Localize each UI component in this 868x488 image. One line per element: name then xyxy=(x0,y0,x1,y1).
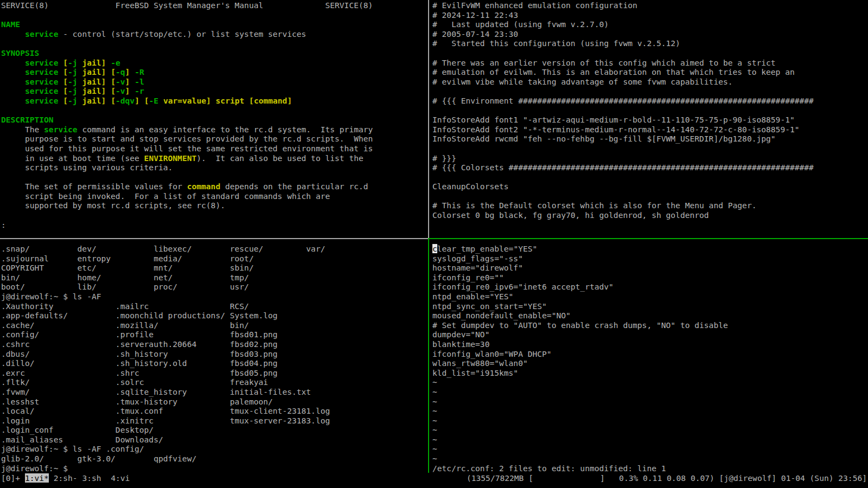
terminal-line: .local/ .tmux.conf tmux-client-23181.log xyxy=(1,406,427,416)
text-segment: used for this purpose it will set the sa… xyxy=(1,144,373,153)
pane-border-vertical-top[interactable] xyxy=(428,0,429,238)
text-segment xyxy=(211,96,216,105)
text-segment xyxy=(58,77,63,86)
text-segment: j@direwolf:~ $ ls -AF xyxy=(1,292,101,301)
status-window-item-1-vi-[interactable]: 1:vi* xyxy=(25,473,49,483)
text-segment: service xyxy=(25,77,59,86)
text-segment xyxy=(1,29,25,38)
terminal-line xyxy=(432,172,867,182)
text-segment: -q xyxy=(116,67,125,76)
pane-border-horizontal-right-active[interactable] xyxy=(428,238,868,239)
text-segment: blanktime=30 xyxy=(432,339,489,349)
terminal-line: # EvilFvWM enhanced emulation configurat… xyxy=(432,1,867,10)
text-segment: # 2024-12-11 22:43 xyxy=(432,10,518,20)
terminal-line xyxy=(432,106,867,115)
text-segment: -v xyxy=(116,86,125,95)
text-segment: # emulation of evilwm. This is an elabor… xyxy=(432,67,795,76)
terminal-line: # Last updated (using fvwm v.2.7.0) xyxy=(432,20,867,29)
text-segment: -j xyxy=(68,86,78,95)
text-segment: ~ xyxy=(432,454,437,463)
text-segment: .app-defaults/ .moonchild productions/ S… xyxy=(1,311,278,320)
terminal-line: # Set dumpdev to "AUTO" to enable crash … xyxy=(432,320,867,330)
terminal-line: DESCRIPTION xyxy=(1,115,427,125)
text-segment: .config/ .profile fbsd01.png xyxy=(1,330,278,339)
text-segment: ~ xyxy=(432,444,437,453)
terminal-line: ~ xyxy=(432,435,867,445)
pane-vi-rc-conf[interactable]: clear_tmp_enable="YES"syslogd_flags="-ss… xyxy=(432,244,867,473)
text-segment: scripts using various criteria. xyxy=(1,163,173,172)
text-segment: service xyxy=(25,58,59,67)
terminal-line: .cache/ .mozilla/ bin/ xyxy=(1,320,427,330)
pane-border-horizontal-left[interactable] xyxy=(0,238,428,239)
terminal-line: SYNOPSIS xyxy=(1,48,427,58)
text-segment: -E xyxy=(149,96,159,105)
text-segment xyxy=(244,96,249,105)
text-segment: lear_tmp_enable="YES" xyxy=(437,244,538,253)
status-window-item-3-sh[interactable]: 3:sh xyxy=(82,473,106,483)
text-segment: script being invoked. For a list of stan… xyxy=(1,191,330,201)
pane-fvwm-config[interactable]: # EvilFvWM enhanced emulation configurat… xyxy=(432,1,867,238)
pane-shell-ls[interactable]: .snap/ dev/ libexec/ rescue/ var/.sujour… xyxy=(1,244,427,473)
status-window-item-2-sh-[interactable]: 2:sh- xyxy=(54,473,78,483)
terminal-line: service [-j jail] [-v] -r xyxy=(1,86,427,96)
text-segment: /etc/rc.conf: 2 files to edit: unmodifie… xyxy=(432,464,666,473)
terminal-line: The service command is an easy interface… xyxy=(1,125,427,134)
terminal-line: bin/ home/ net/ tmp/ xyxy=(1,273,427,282)
text-segment: .local/ .tmux.conf tmux-client-23181.log xyxy=(1,406,330,415)
text-segment: .lesshst .tmux-history palemoon/ xyxy=(1,397,273,406)
status-window-item-4-vi[interactable]: 4:vi xyxy=(111,473,130,483)
text-segment: .cshrc .serverauth.20664 fbsd02.png xyxy=(1,339,278,349)
text-segment: jail xyxy=(82,86,101,95)
terminal-line xyxy=(1,10,427,20)
text-segment: hostname="direwolf" xyxy=(432,263,523,272)
text-segment: j@direwolf:~ $ ls -AF .config/ xyxy=(1,444,144,453)
text-segment: -dqv xyxy=(116,96,135,105)
terminal-line: ifconfig_wlan0="WPA DHCP" xyxy=(432,349,867,359)
text-segment: ] xyxy=(287,96,292,105)
text-segment: # Set dumpdev to "AUTO" to enable crash … xyxy=(432,320,728,330)
text-segment xyxy=(58,58,63,67)
terminal-line: ~ xyxy=(432,416,867,426)
text-segment: command xyxy=(254,96,288,105)
terminal-line xyxy=(432,48,867,58)
text-segment xyxy=(106,58,111,67)
text-segment: .login .xinitrc tmux-server-23183.log xyxy=(1,416,330,425)
terminal-line: ntpd_sync_on_start="YES" xyxy=(432,301,867,311)
terminal-line: ~ xyxy=(432,444,867,454)
pane-man-service[interactable]: SERVICE(8) FreeBSD System Manager's Manu… xyxy=(1,1,427,238)
text-segment xyxy=(106,67,111,76)
terminal-line: # emulation of evilwm. This is an elabor… xyxy=(432,67,867,77)
text-segment: .sujournal entropy media/ root/ xyxy=(1,254,254,263)
terminal-line: j@direwolf:~ $ xyxy=(1,464,427,473)
terminal-line: # {{{ Colorsets ########################… xyxy=(432,163,867,172)
tmux-terminal: SERVICE(8) FreeBSD System Manager's Manu… xyxy=(0,0,868,488)
text-segment: [ xyxy=(249,96,254,105)
status-session-name: [0]+ xyxy=(1,473,25,483)
text-segment xyxy=(106,96,111,105)
text-segment: -v xyxy=(116,77,125,86)
terminal-line: # }}} xyxy=(432,153,867,163)
text-segment: .fltk/ .solrc freakyai xyxy=(1,377,268,387)
terminal-line: ifconfig_re0_ipv6="inet6 accept_rtadv" xyxy=(432,282,867,292)
terminal-line: .cshrc .serverauth.20664 fbsd02.png xyxy=(1,339,427,349)
text-segment: service xyxy=(25,67,59,76)
text-segment: ~ xyxy=(432,425,437,434)
text-segment: -l xyxy=(135,77,144,86)
text-segment xyxy=(1,67,25,76)
terminal-line: hostname="direwolf" xyxy=(432,263,867,273)
text-segment: InfoStoreAdd rwcmd "feh --no-fehbg --bg-… xyxy=(432,134,776,143)
text-segment: SERVICE(8) FreeBSD System Manager's Manu… xyxy=(1,1,373,10)
text-segment: j@direwolf:~ $ xyxy=(1,464,68,473)
terminal-line: .exrc .shrc fbsd05.png xyxy=(1,368,427,378)
pane-border-vertical-bottom-active[interactable] xyxy=(428,239,429,473)
text-segment: ifconfig_wlan0="WPA DHCP" xyxy=(432,349,552,358)
terminal-line: .dbus/ .sh_history fbsd03.png xyxy=(1,349,427,359)
text-segment: ~ xyxy=(432,377,437,387)
text-segment: [ xyxy=(111,67,116,76)
text-segment: purpose is to start and stop services pr… xyxy=(1,134,373,143)
text-segment: jail xyxy=(82,67,101,76)
terminal-line: scripts using various criteria. xyxy=(1,163,427,172)
text-segment: The xyxy=(1,125,44,134)
terminal-line: ~ xyxy=(432,397,867,407)
terminal-line: # 2024-12-11 22:43 xyxy=(432,10,867,20)
